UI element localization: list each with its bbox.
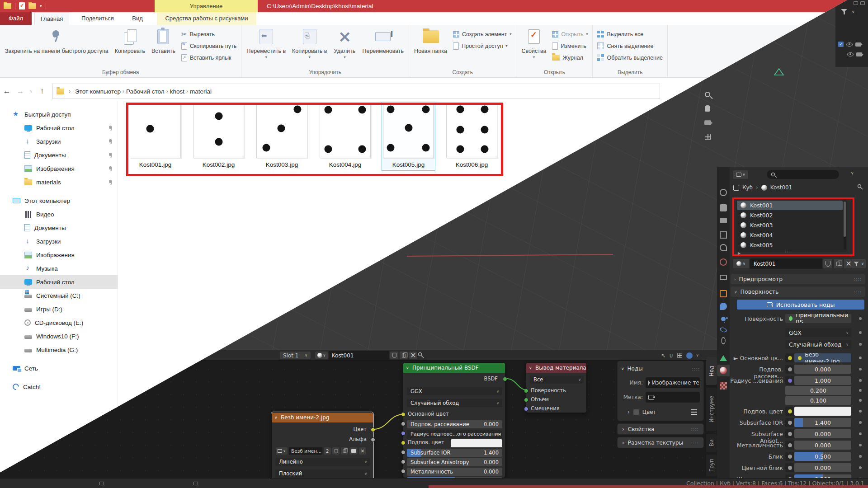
ribbon-button[interactable]: Вставить ярлык <box>181 53 236 62</box>
property-field-0.200[interactable]: 0.200 <box>785 386 851 395</box>
filter-dropdown-button[interactable]: ∨ <box>851 258 866 269</box>
fake-user-button[interactable] <box>332 447 340 455</box>
sidebar-item-Catch![interactable]: Catch! <box>0 380 118 394</box>
property-field-Случайный обход[interactable]: Случайный обход∨ <box>785 340 851 349</box>
filter-icon[interactable] <box>841 9 847 14</box>
material-output-node[interactable]: Вывод материалаВсе∨ПоверхностьОбъёмСмеще… <box>526 362 587 413</box>
explorer-titlebar[interactable]: ✓ ▾ Управление C:\Users\Admin\Desktop\kh… <box>0 0 868 12</box>
material-slot-Kost002[interactable]: Kost002 <box>737 211 843 220</box>
folder-icon[interactable] <box>4 3 11 9</box>
camera-icon[interactable] <box>856 52 862 56</box>
forward-button[interactable]: → <box>14 87 27 96</box>
property-field-0.100[interactable]: 0.100 <box>785 396 851 405</box>
Объём-socket[interactable] <box>524 398 528 402</box>
chevron-down-icon[interactable]: ∨ <box>851 171 854 175</box>
unlink-button[interactable]: ✕ <box>359 447 367 455</box>
animate-dot[interactable] <box>859 455 862 458</box>
back-button[interactable]: ← <box>0 87 14 96</box>
ribbon-button[interactable]: Журнал <box>552 53 588 62</box>
sidebar-item-Видео[interactable]: Видео <box>0 207 118 221</box>
side-tab-Ви[interactable]: Ви <box>706 434 717 452</box>
animate-dot[interactable] <box>859 432 862 435</box>
expand-arrow-icon[interactable]: ▶ <box>738 251 741 255</box>
Металличность-socket[interactable] <box>401 469 406 474</box>
ortho-toggle-gadget[interactable] <box>702 131 713 142</box>
pin-icon[interactable] <box>856 183 863 191</box>
panel-Разметка текстуры[interactable]: ›Разметка текстуры:::: <box>617 437 704 448</box>
output-tab-icon[interactable] <box>720 218 727 223</box>
ribbon-button[interactable]: Обратить выделение <box>597 53 662 62</box>
side-tab-Нод[interactable]: Нод <box>706 357 717 385</box>
sidebar-item-Сеть[interactable]: Сеть <box>0 361 118 375</box>
ribbon-button[interactable]: Новая папка <box>411 26 450 54</box>
ribbon-button[interactable]: ✂Вырезать <box>181 29 236 39</box>
breadcrumb-item[interactable]: material <box>190 88 212 95</box>
tab-Главная[interactable]: Главная <box>34 12 69 25</box>
dropdown-Плоский[interactable]: Плоский∨ <box>275 469 370 478</box>
Subsurface IOR-socket[interactable] <box>401 450 406 455</box>
material-tab-icon[interactable] <box>720 367 727 374</box>
Поверхность-socket[interactable] <box>524 389 528 393</box>
node-slider-Металличность[interactable]: Металличность0.000 <box>407 468 502 476</box>
animate-dot[interactable] <box>859 368 862 371</box>
recent-locations-icon[interactable]: ∨ <box>27 89 35 94</box>
chevron-down-icon[interactable]: ∨ <box>696 353 699 357</box>
surface-panel-header[interactable]: ∨ Поверхность :::: <box>731 286 865 297</box>
breadcrumb-material[interactable]: Kost001 <box>770 184 792 191</box>
scrollbar-thumb[interactable] <box>844 202 846 237</box>
node-label-field[interactable] <box>646 392 700 403</box>
animate-dot[interactable] <box>859 357 862 359</box>
animate-dot[interactable] <box>859 466 862 469</box>
node-name-field[interactable]: Изображение-те... <box>646 377 700 388</box>
sidebar-item-Игры (D:)[interactable]: Игры (D:) <box>0 302 118 316</box>
tab-Файл[interactable]: Файл <box>0 12 32 25</box>
sidebar-item-Загрузки[interactable]: Загрузки <box>0 135 118 148</box>
sidebar-item-Документы[interactable]: Документы <box>0 148 118 162</box>
editor-type-button[interactable]: ∨ <box>732 170 749 179</box>
sidebar-item-Изображения[interactable]: Изображения <box>0 162 118 175</box>
snap-icon[interactable]: ∪ <box>669 352 673 359</box>
animate-dot[interactable] <box>859 444 862 446</box>
Смещения-socket[interactable] <box>524 407 528 411</box>
address-bar[interactable]: › Этот компьютер›Рабочий стол›khost›mate… <box>52 84 660 99</box>
browse-material-button[interactable]: ∨ <box>732 258 750 269</box>
property-field-Subsurface IOR[interactable]: 1.400 <box>794 418 851 427</box>
texture-tab-icon[interactable] <box>720 382 727 389</box>
checkbox-icon[interactable]: ✓ <box>838 42 844 47</box>
panel-Свойства[interactable]: ›Свойства:::: <box>617 423 704 435</box>
property-field-GGX[interactable]: GGX∨ <box>785 328 851 337</box>
scene-tab-icon[interactable] <box>720 244 727 251</box>
preview-panel-header[interactable]: › Предпросмотр :::: <box>731 274 865 284</box>
node-dropdown[interactable]: Радиус подпове...ого рассеивания∨ <box>407 430 502 438</box>
property-field-Основной цв...[interactable]: Безб имени-2.jpg <box>794 353 851 362</box>
camera-icon[interactable] <box>855 42 861 47</box>
sidebar-item-Изображения[interactable]: Изображения <box>0 248 118 262</box>
breadcrumb-item[interactable]: khost <box>170 88 184 95</box>
ribbon-button[interactable]: Копировать в▾ <box>289 26 330 61</box>
property-field-Металличность[interactable]: 0.000 <box>794 441 851 450</box>
browse-material-button[interactable]: ∨ <box>315 351 328 360</box>
ribbon-button[interactable]: Создать элемент▾ <box>453 29 512 39</box>
copy-material-button[interactable] <box>833 258 843 269</box>
Subsurface Anisotropy-socket[interactable] <box>401 460 406 464</box>
image-texture-node[interactable]: Безб имени-2.jpgЦветАльфа∨Безб имен...2✕… <box>271 412 373 478</box>
Подпов. рассеивание-socket[interactable] <box>401 422 406 426</box>
sidebar-item-CD-дисковод (E:)[interactable]: CD-дисковод (E:) <box>0 316 118 329</box>
property-field-Поверхность[interactable]: Принципиальный BS... <box>785 314 851 323</box>
animate-dot[interactable] <box>859 317 862 320</box>
animate-dot[interactable] <box>859 421 862 424</box>
ribbon-button[interactable]: Простой доступ▾ <box>453 41 512 51</box>
animate-dot[interactable] <box>859 399 862 402</box>
copy-button[interactable] <box>340 447 349 455</box>
tool-tab-icon[interactable] <box>720 189 727 196</box>
open-file-button[interactable] <box>349 447 358 455</box>
checked-document-icon[interactable]: ✓ <box>19 2 25 9</box>
fake-user-button[interactable] <box>823 258 833 269</box>
material-name-field[interactable]: Kost001 <box>750 258 822 269</box>
collection-tab-icon[interactable] <box>720 275 727 280</box>
users-count[interactable]: 2 <box>323 447 331 455</box>
use-nodes-button[interactable]: Использовать ноды <box>737 300 864 310</box>
copy-material-button[interactable] <box>399 351 408 360</box>
animate-dot[interactable] <box>859 379 862 382</box>
modifiers-tab-icon[interactable] <box>720 303 727 310</box>
